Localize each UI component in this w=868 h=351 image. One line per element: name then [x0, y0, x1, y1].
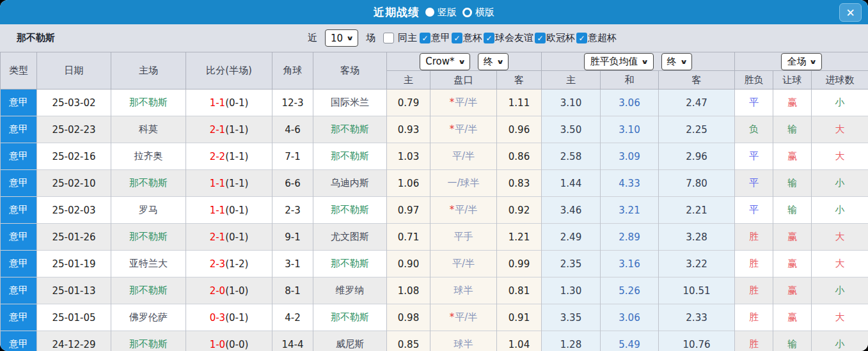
checkbox-checked-icon: ✓	[452, 33, 462, 43]
scope-value: 全场	[787, 56, 806, 68]
away-team-cell: 尤文图斯	[313, 224, 387, 251]
result-cell: 胜	[735, 251, 773, 277]
league-cell: 意甲	[1, 251, 37, 277]
avg-home-cell: 2.49	[542, 224, 601, 251]
subcol-hcp-result: 让球	[773, 71, 812, 90]
avg-draw-cell: 3.16	[601, 251, 659, 277]
average-type-dropdown[interactable]: 胜平负均值 ∨	[584, 53, 653, 70]
table-row: 意甲25-02-03罗马1-1(0-1)2-3那不勒斯0.97*平/半0.923…	[1, 197, 868, 224]
recent-results-window: 近期战绩 竖版 横版 ✕ 那不勒斯 近 10 ∨ 场	[0, 0, 868, 351]
goals-cell: 大	[812, 224, 868, 251]
result-cell: 胜	[735, 304, 773, 331]
league-cell: 意甲	[1, 304, 37, 331]
goals-cell: 大	[812, 304, 868, 331]
league-checkbox[interactable]: ✓意杯	[452, 32, 482, 44]
avg-away-cell: 3.28	[659, 224, 735, 251]
corners-cell: 12-3	[272, 90, 313, 116]
results-table: 类型 日期 主场 比分(半场) 角球 客场 Crow* ∨ 终 ∨	[0, 52, 868, 351]
handicap-line-cell: *平/半	[430, 90, 497, 116]
subcol-hcp-line: 盘口	[430, 71, 497, 90]
filter-bar: 那不勒斯 近 10 ∨ 场 同主 ✓意甲✓意杯✓球会友谊✓欧冠杯✓意超杯	[0, 24, 868, 52]
league-checkbox-label: 欧冠杯	[546, 32, 575, 44]
date-cell: 25-02-10	[37, 170, 111, 197]
result-cell: 平	[735, 143, 773, 170]
recent-count-select[interactable]: 10 ∨	[325, 29, 358, 47]
avg-draw-cell: 5.49	[601, 331, 659, 351]
goals-cell: 小	[812, 277, 868, 304]
corners-cell: 3-1	[272, 251, 313, 277]
handicap-line-cell: 平/半	[430, 143, 497, 170]
league-checkbox[interactable]: ✓意超杯	[576, 32, 617, 44]
title-bar: 近期战绩 竖版 横版 ✕	[0, 0, 868, 24]
home-team-cell: 亚特兰大	[111, 251, 186, 277]
goals-cell: 大	[812, 251, 868, 277]
bookmaker-dropdown[interactable]: Crow* ∨	[420, 53, 470, 70]
league-cell: 意甲	[1, 90, 37, 116]
away-team-cell: 那不勒斯	[313, 251, 387, 277]
date-cell: 24-12-29	[37, 331, 111, 351]
avg-draw-cell: 3.10	[601, 116, 659, 143]
results-tbody: 意甲25-03-02那不勒斯1-1(0-1)12-3国际米兰0.79*平/半1.…	[1, 90, 868, 351]
scope-dropdown[interactable]: 全场 ∨	[781, 53, 821, 70]
avg-away-cell: 7.80	[659, 170, 735, 197]
score-cell: 2-1(0-1)	[186, 224, 272, 251]
league-checkbox[interactable]: ✓意甲	[420, 32, 450, 44]
corners-cell: 4-6	[272, 116, 313, 143]
away-team-cell: 那不勒斯	[313, 116, 387, 143]
league-filters: ✓意甲✓意杯✓球会友谊✓欧冠杯✓意超杯	[420, 32, 617, 44]
hcp-away-odds-cell: 0.83	[497, 170, 542, 197]
average-period-dropdown[interactable]: 终 ∨	[661, 53, 692, 70]
score-cell: 1-1(0-1)	[186, 90, 272, 116]
avg-home-cell: 3.50	[542, 116, 601, 143]
away-team-cell: 乌迪内斯	[313, 170, 387, 197]
layout-option-horizontal[interactable]: 横版	[462, 6, 494, 19]
avg-draw-cell: 5.26	[601, 277, 659, 304]
avg-away-cell: 2.25	[659, 116, 735, 143]
subcol-avg-draw: 和	[601, 71, 659, 90]
result-cell: 胜	[735, 277, 773, 304]
hcp-away-odds-cell: 1.11	[497, 90, 542, 116]
home-team-cell: 那不勒斯	[111, 90, 186, 116]
close-button[interactable]: ✕	[839, 3, 862, 22]
result-cell: 负	[735, 116, 773, 143]
goals-cell: 小	[812, 170, 868, 197]
league-cell: 意甲	[1, 331, 37, 351]
table-row: 意甲25-03-02那不勒斯1-1(0-1)12-3国际米兰0.79*平/半1.…	[1, 90, 868, 116]
recent-suffix-label: 场	[366, 32, 375, 44]
league-checkbox[interactable]: ✓球会友谊	[484, 32, 533, 44]
team-name: 那不勒斯	[17, 32, 55, 44]
league-checkbox[interactable]: ✓欧冠杯	[535, 32, 575, 44]
result-cell: 平	[735, 90, 773, 116]
league-cell: 意甲	[1, 116, 37, 143]
handicap-result-cell: 赢	[773, 304, 812, 331]
hcp-home-odds-cell: 0.98	[387, 304, 430, 331]
checkbox-checked-icon: ✓	[535, 33, 546, 43]
result-cell: 平	[735, 170, 773, 197]
avg-draw-cell: 3.21	[601, 197, 659, 224]
score-cell: 1-1(0-1)	[186, 197, 272, 224]
avg-home-cell: 3.46	[542, 197, 601, 224]
handicap-result-cell: 赢	[773, 251, 812, 277]
handicap-period-dropdown[interactable]: 终 ∨	[478, 53, 509, 70]
table-header: 类型 日期 主场 比分(半场) 角球 客场 Crow* ∨ 终 ∨	[1, 52, 868, 90]
layout-option-label: 竖版	[438, 6, 457, 19]
same-home-checkbox[interactable]: 同主	[383, 32, 417, 44]
date-cell: 25-02-03	[37, 197, 111, 224]
recent-prefix-label: 近	[308, 32, 317, 44]
handicap-result-cell: 赢	[773, 143, 812, 170]
corners-cell: 9-1	[272, 224, 313, 251]
layout-option-vertical[interactable]: 竖版	[425, 6, 457, 19]
handicap-group-header: Crow* ∨ 终 ∨	[387, 52, 542, 71]
home-team-cell: 科莫	[111, 116, 186, 143]
avg-draw-cell: 2.89	[601, 224, 659, 251]
corners-cell: 2-3	[272, 197, 313, 224]
avg-home-cell: 3.10	[542, 90, 601, 116]
away-team-cell: 维罗纳	[313, 277, 387, 304]
score-cell: 1-0(0-0)	[186, 331, 272, 351]
hcp-home-odds-cell: 0.90	[387, 251, 430, 277]
table-row: 意甲25-02-10那不勒斯1-1(1-1)6-6乌迪内斯1.06一/球半0.8…	[1, 170, 868, 197]
title-group: 近期战绩 竖版 横版	[374, 5, 494, 20]
filter-controls: 近 10 ∨ 场 同主 ✓意甲✓意杯✓球会友谊✓欧冠杯✓意超杯	[308, 29, 617, 47]
date-cell: 25-01-13	[37, 277, 111, 304]
subcol-avg-away: 客	[659, 71, 735, 90]
